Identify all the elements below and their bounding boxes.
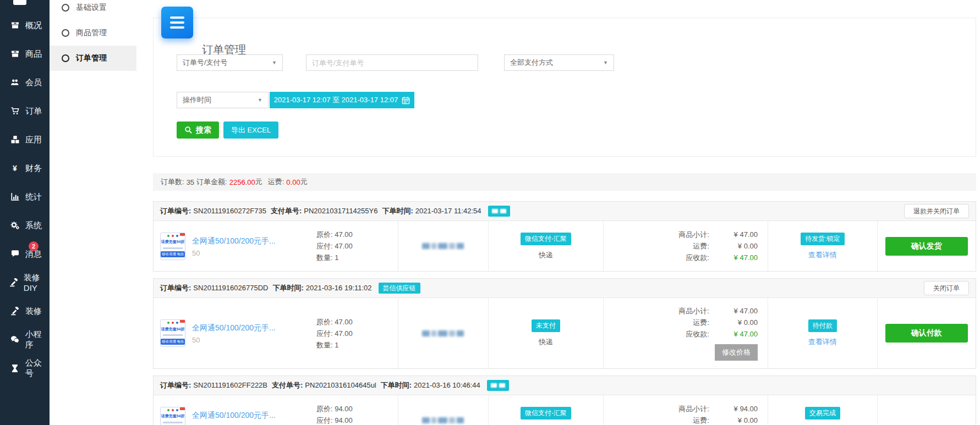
freight-amount: 0.00	[286, 178, 300, 186]
payment-cell: 微信支付-汇聚 快递	[488, 221, 603, 271]
order-summary-bar: 订单数: 35 订单金额: 2256.00元 运费: 0.00元	[153, 173, 976, 191]
submenu-item-goods-manage[interactable]: 商品管理	[50, 20, 136, 46]
chevron-down-icon: ▼	[258, 97, 262, 103]
money-cell: 商品小计:¥ 94.00 运费:¥ 0.00 应收款:¥ 94.00	[603, 395, 768, 425]
time-type-select[interactable]: 操作时间 ▼	[177, 92, 269, 108]
gavel-icon	[9, 278, 19, 288]
buyer-cell	[398, 298, 488, 368]
order-status-badge: 交易完成	[805, 407, 840, 420]
chart-icon	[9, 192, 21, 202]
search-type-select[interactable]: 订单号/支付号 ▼	[177, 54, 283, 71]
date-range-button[interactable]: 2021-03-17 12:07 至 2021-03-17 12:07	[270, 92, 414, 108]
pay-method-select[interactable]: 全部支付方式 ▼	[504, 54, 614, 71]
payment-number: PN20210316104645ul	[305, 381, 376, 389]
sidebar-item-members[interactable]: 会员	[0, 68, 50, 97]
censored-buyer-name	[422, 330, 464, 336]
sidebar-item-system[interactable]: 系统	[0, 211, 50, 240]
sidebar-item-partial-icon	[13, 0, 26, 5]
order-header-action-button[interactable]: 退款并关闭订单	[904, 204, 969, 218]
product-thumbnail: 话费充值94折 移动 联通 电信	[160, 233, 185, 260]
sidebar-item-label: 小程序	[25, 329, 50, 350]
primary-sidebar-nav: 概况 商品 会员 订单 应用 ¥ 财务 统计 系统 消息 2 装修DIY	[0, 0, 50, 383]
search-button[interactable]: 搜索	[177, 122, 219, 139]
action-cell: 确认付款	[877, 298, 976, 368]
gavel-icon	[9, 307, 21, 316]
freight-value: ¥ 0.00	[709, 241, 758, 252]
order-number: SN20111916026775DD	[193, 284, 268, 292]
payment-method-badge: 未支付	[532, 319, 560, 332]
product-cell: 话费充值94折 移动 联通 电信 全网通50/100/200元手... 50 原…	[154, 221, 398, 271]
paid-price: 应付: 47.00	[316, 240, 353, 252]
sidebar-item-goods[interactable]: 商品	[0, 40, 50, 68]
action-cell	[877, 395, 976, 425]
product-name-link[interactable]: 全网通50/100/200元手...	[192, 322, 297, 333]
users-icon	[9, 78, 21, 87]
submenu-item-basic-settings[interactable]: 基础设置	[50, 0, 136, 20]
sidebar-item-official-account[interactable]: 公众号	[0, 354, 50, 383]
order-header: 订单编号:SN201119160272F735 支付单号:PN202103171…	[154, 202, 976, 221]
sidebar-item-label: 装修DIY	[24, 273, 50, 292]
sidebar-item-overview[interactable]: 概况	[0, 11, 50, 40]
yuan-icon: ¥	[9, 164, 21, 173]
sidebar-item-label: 装修	[25, 306, 42, 317]
money-cell: 商品小计:¥ 47.00 运费:¥ 0.00 应收款:¥ 47.00 修改价格	[603, 298, 768, 368]
action-cell: 确认发货	[877, 221, 976, 271]
receivable-value: ¥ 47.00	[709, 329, 758, 340]
svg-text:¥: ¥	[13, 164, 17, 173]
submenu-item-label: 基础设置	[76, 3, 107, 13]
cart-icon	[9, 107, 21, 116]
payment-method-badge: 微信支付-汇聚	[521, 407, 571, 420]
modify-price-button[interactable]: 修改价格	[715, 344, 758, 361]
confirm-action-button[interactable]: 确认付款	[885, 324, 968, 343]
view-details-link[interactable]: 查看详情	[808, 250, 837, 260]
order-block: 订单编号:SN2011191602FF222B 支付单号:PN202103161…	[153, 376, 976, 425]
product-thumbnail: 话费充值94折 移动 联通 电信	[160, 407, 185, 425]
hourglass-icon	[9, 364, 21, 373]
sidebar-item-mini-program[interactable]: 小程序	[0, 325, 50, 354]
secondary-sidebar: 基础设置 商品管理 订单管理	[50, 0, 137, 425]
sidebar-item-label: 概况	[25, 20, 42, 31]
sidebar-item-messages[interactable]: 消息 2	[0, 240, 50, 268]
order-amount: 2256.00	[229, 178, 255, 186]
submenu-item-order-manage[interactable]: 订单管理	[50, 46, 136, 71]
product-name-link[interactable]: 全网通50/100/200元手...	[192, 235, 297, 246]
subtotal-value: ¥ 47.00	[709, 306, 758, 317]
shipping-method: 快递	[539, 337, 553, 347]
sidebar-item-apps[interactable]: 应用	[0, 125, 50, 154]
status-cell: 交易完成 查看详情	[768, 395, 877, 425]
sidebar-item-stats[interactable]: 统计	[0, 183, 50, 211]
product-cell: 话费充值94折 移动 联通 电信 全网通50/100/200元手... 50 原…	[154, 298, 398, 368]
sidebar-item-label: 系统	[25, 220, 42, 231]
search-input[interactable]	[306, 54, 478, 71]
submenu-item-label: 商品管理	[76, 28, 107, 38]
sidebar-item-deco[interactable]: 装修	[0, 297, 50, 325]
export-excel-button[interactable]: 导出 EXCEL	[223, 122, 278, 139]
money-cell: 商品小计:¥ 47.00 运费:¥ 0.00 应收款:¥ 47.00	[603, 221, 768, 271]
product-spec: 50	[192, 336, 297, 344]
menu-toggle-button[interactable]	[161, 7, 193, 38]
original-price: 原价: 94.00	[316, 403, 353, 415]
order-count: 35	[187, 178, 194, 186]
payment-cell: 微信支付-汇聚 快递	[488, 395, 603, 425]
confirm-action-button[interactable]: 确认发货	[885, 237, 968, 256]
circle-icon	[62, 29, 69, 37]
order-time: 2021-03-16 10:46:44	[414, 381, 480, 389]
primary-sidebar: 概况 商品 会员 订单 应用 ¥ 财务 统计 系统 消息 2 装修DIY	[0, 0, 50, 425]
product-prices: 原价: 47.00 应付: 47.00 数量: 1	[316, 229, 353, 263]
hamburger-icon	[170, 16, 184, 19]
view-details-link[interactable]: 查看详情	[808, 337, 837, 347]
sidebar-item-orders[interactable]: 订单	[0, 97, 50, 125]
status-cell: 待付款 查看详情	[768, 298, 877, 368]
sidebar-item-finance[interactable]: ¥ 财务	[0, 154, 50, 183]
product-name-link[interactable]: 全网通50/100/200元手...	[192, 410, 297, 421]
censored-badge	[488, 206, 510, 217]
order-header-action-button[interactable]: 关闭订单	[924, 281, 969, 295]
product-thumbnail: 话费充值94折 移动 联通 电信	[160, 319, 185, 347]
sidebar-item-label: 应用	[25, 135, 42, 145]
quantity: 数量: 1	[316, 252, 353, 263]
order-time: 2021-03-16 19:11:02	[306, 284, 372, 292]
order-header: 订单编号:SN20111916026775DD 下单时间:2021-03-16 …	[154, 279, 976, 298]
sidebar-item-deco-diy[interactable]: 装修DIY	[0, 268, 50, 297]
product-spec: 50	[192, 249, 297, 257]
search-icon	[184, 126, 193, 134]
